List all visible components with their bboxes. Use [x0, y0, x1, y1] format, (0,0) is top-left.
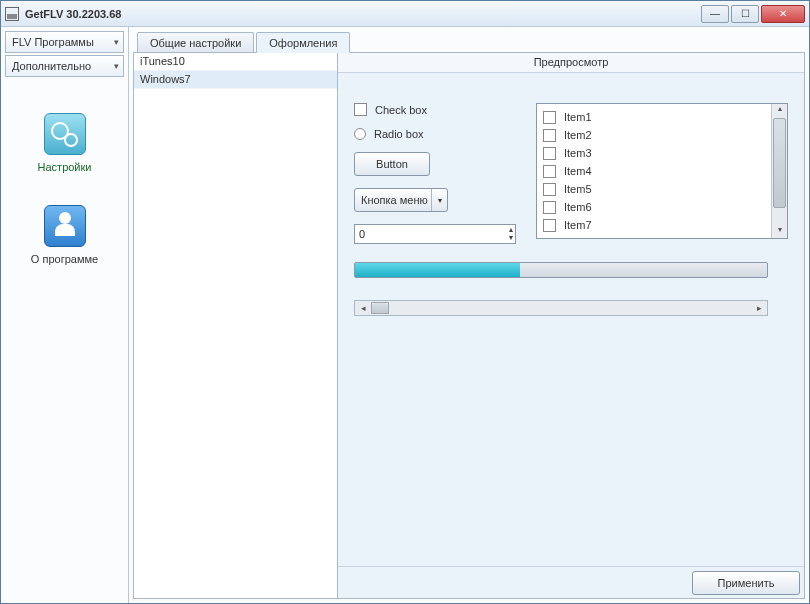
sample-progressbar — [354, 262, 768, 278]
listbox-scrollbar[interactable]: ▴ ▾ — [771, 104, 787, 238]
preview-body: Check box Radio box Button Кнопка меню ▾ — [338, 73, 804, 566]
sidebar-item-label: Настройки — [38, 161, 92, 173]
app-icon — [5, 7, 19, 21]
checkbox-icon[interactable] — [543, 183, 556, 196]
tabs: Общие настройки Оформления — [133, 31, 805, 53]
list-item[interactable]: Item3 — [543, 144, 765, 162]
scroll-down-icon[interactable]: ▾ — [772, 225, 787, 238]
spinner-value: 0 — [359, 228, 365, 240]
checkbox-icon[interactable] — [543, 147, 556, 160]
sidebar-dropdown-programs[interactable]: FLV Программы — [5, 31, 124, 53]
theme-row[interactable]: Windows7 — [134, 71, 337, 89]
checkbox-icon[interactable] — [543, 111, 556, 124]
radio-sample[interactable]: Radio box — [354, 128, 516, 140]
checkbox-icon[interactable] — [543, 219, 556, 232]
sample-hscrollbar[interactable]: ◂ ▸ — [354, 300, 768, 316]
list-item[interactable]: Item1 — [543, 108, 765, 126]
list-item[interactable]: Item4 — [543, 162, 765, 180]
preview-header: Предпросмотр — [338, 53, 804, 73]
titlebar[interactable]: GetFLV 30.2203.68 — ☐ ✕ — [1, 1, 809, 27]
scroll-up-icon[interactable]: ▴ — [772, 104, 787, 117]
window-controls: — ☐ ✕ — [701, 5, 805, 23]
radio-icon[interactable] — [354, 128, 366, 140]
maximize-button[interactable]: ☐ — [731, 5, 759, 23]
sample-spinner[interactable]: 0 ▴▾ — [354, 224, 516, 244]
checkbox-icon[interactable] — [543, 201, 556, 214]
preview-panel: Предпросмотр Check box Radio box — [338, 53, 804, 598]
sample-menu-button[interactable]: Кнопка меню ▾ — [354, 188, 448, 212]
sample-listbox[interactable]: Item1 Item2 Item3 Item4 Item5 Item6 Item… — [536, 103, 788, 239]
footer: Применить — [338, 566, 804, 598]
sidebar-item-settings[interactable]: Настройки — [5, 113, 124, 173]
theme-list[interactable]: iTunes10 Windows7 — [134, 53, 338, 598]
sidebar-dropdown-additional[interactable]: Дополнительно — [5, 55, 124, 77]
settings-icon — [44, 113, 86, 155]
minimize-button[interactable]: — — [701, 5, 729, 23]
close-button[interactable]: ✕ — [761, 5, 805, 23]
checkbox-label: Check box — [375, 104, 427, 116]
chevron-down-icon[interactable]: ▾ — [431, 189, 447, 211]
main-area: Общие настройки Оформления iTunes10 Wind… — [129, 27, 809, 603]
progress-fill — [355, 263, 520, 277]
about-icon — [44, 205, 86, 247]
app-window: GetFLV 30.2203.68 — ☐ ✕ FLV Программы До… — [0, 0, 810, 604]
window-title: GetFLV 30.2203.68 — [25, 8, 701, 20]
theme-row[interactable]: iTunes10 — [134, 53, 337, 71]
checkbox-icon[interactable] — [543, 129, 556, 142]
scroll-thumb[interactable] — [773, 118, 786, 208]
sidebar-item-about[interactable]: О программе — [5, 205, 124, 265]
scroll-right-icon[interactable]: ▸ — [751, 303, 767, 313]
list-item[interactable]: Item2 — [543, 126, 765, 144]
app-body: FLV Программы Дополнительно Настройки О … — [1, 27, 809, 603]
tab-themes[interactable]: Оформления — [256, 32, 350, 53]
content: iTunes10 Windows7 Предпросмотр Check box — [133, 53, 805, 599]
scroll-left-icon[interactable]: ◂ — [355, 303, 371, 313]
scroll-thumb[interactable] — [371, 302, 389, 314]
sidebar-item-label: О программе — [31, 253, 98, 265]
checkbox-icon[interactable] — [354, 103, 367, 116]
checkbox-sample[interactable]: Check box — [354, 103, 516, 116]
checkbox-icon[interactable] — [543, 165, 556, 178]
spinner-arrows-icon[interactable]: ▴▾ — [509, 226, 513, 242]
list-item[interactable]: Item7 — [543, 216, 765, 234]
sample-button[interactable]: Button — [354, 152, 430, 176]
list-item[interactable]: Item5 — [543, 180, 765, 198]
sidebar: FLV Программы Дополнительно Настройки О … — [1, 27, 129, 603]
menu-button-label: Кнопка меню — [361, 194, 428, 206]
radio-label: Radio box — [374, 128, 424, 140]
list-item[interactable]: Item6 — [543, 198, 765, 216]
tab-general[interactable]: Общие настройки — [137, 32, 254, 52]
apply-button[interactable]: Применить — [692, 571, 800, 595]
